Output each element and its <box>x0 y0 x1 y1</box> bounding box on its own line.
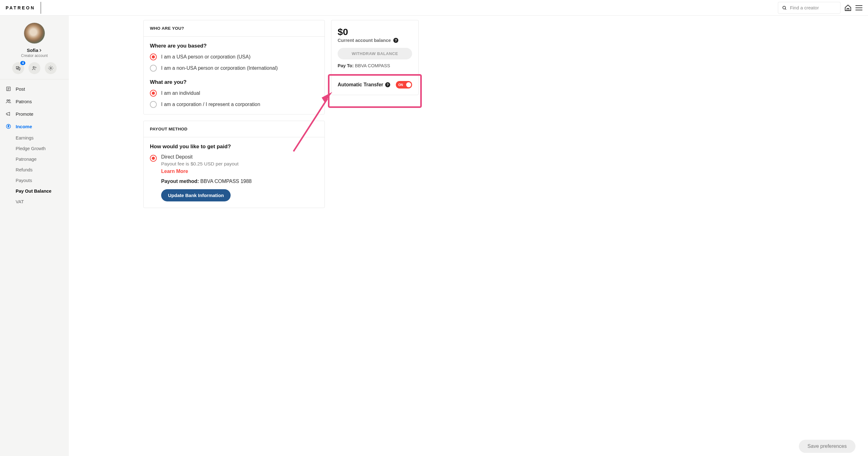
nav-income-label: Income <box>16 124 32 129</box>
subnav-pledge-growth[interactable]: Pledge Growth <box>16 143 69 154</box>
payout-method-label: Payout method: <box>161 178 199 184</box>
svg-point-8 <box>7 100 8 101</box>
patrons-icon <box>6 99 11 104</box>
balance-card: $0 Current account balance ? WITHDRAW BA… <box>331 20 418 95</box>
logo-divider <box>41 2 41 14</box>
svg-point-9 <box>9 100 10 101</box>
payout-heading: PAYOUT METHOD <box>144 121 324 137</box>
radio-international-input[interactable] <box>150 65 157 72</box>
profile-name[interactable]: Sofia <box>27 47 42 53</box>
subnav-earnings[interactable]: Earnings <box>16 133 69 143</box>
radio-direct-deposit-input[interactable] <box>150 155 157 162</box>
radio-international[interactable]: I am a non-USA person or corporation (In… <box>150 65 318 72</box>
gear-icon <box>48 65 54 71</box>
subnav-vat[interactable]: VAT <box>16 196 69 207</box>
nav-post-label: Post <box>16 86 25 92</box>
patron-icon <box>32 65 37 71</box>
payout-method-card: PAYOUT METHOD How would you like to get … <box>143 121 325 208</box>
auto-transfer-label: Automatic Transfer <box>338 82 383 88</box>
chevron-right-icon <box>39 49 42 52</box>
nav-patrons-label: Patrons <box>16 99 32 104</box>
radio-individual-label: I am an individual <box>161 90 200 96</box>
radio-direct-deposit-label: Direct Deposit <box>161 154 239 160</box>
radio-corporation-input[interactable] <box>150 101 157 108</box>
who-heading: WHO ARE YOU? <box>144 20 324 37</box>
messages-badge: 4 <box>20 61 25 65</box>
payout-method-line: Payout method: BBVA COMPASS 1988 <box>161 178 318 184</box>
profile-subtitle: Creator account <box>21 54 48 58</box>
subnav-refunds[interactable]: Refunds <box>16 164 69 175</box>
radio-corporation-label: I am a corporation / I represent a corpo… <box>161 102 260 107</box>
auto-transfer-row: Automatic Transfer ? ON <box>338 75 412 89</box>
search-icon <box>782 5 787 11</box>
svg-point-2 <box>33 67 35 68</box>
subnav-payouts[interactable]: Payouts <box>16 175 69 186</box>
svg-line-1 <box>785 8 786 9</box>
help-icon[interactable]: ? <box>393 38 398 43</box>
withdraw-button[interactable]: WITHDRAW BALANCE <box>338 48 412 59</box>
patrons-button[interactable] <box>29 62 40 74</box>
settings-button[interactable] <box>45 62 57 74</box>
auto-transfer-toggle[interactable]: ON <box>396 81 412 89</box>
logo-text: PATREON <box>6 5 35 10</box>
subnav-patronage[interactable]: Patronage <box>16 154 69 164</box>
nav-patrons[interactable]: Patrons <box>0 95 69 107</box>
home-icon[interactable] <box>844 4 852 11</box>
radio-international-label: I am a non-USA person or corporation (In… <box>161 65 278 71</box>
balance-label-text: Current account balance <box>338 38 391 43</box>
toggle-on-text: ON <box>398 83 403 87</box>
payto-value: BBVA COMPASS <box>353 63 390 68</box>
search-box[interactable] <box>778 2 840 14</box>
how-paid-question: How would you like to get paid? <box>150 143 318 150</box>
payout-fee-text: Payout fee is $0.25 USD per payout <box>161 161 239 167</box>
help-icon[interactable]: ? <box>385 82 390 87</box>
subnav-payout-balance[interactable]: Pay Out Balance <box>16 186 69 196</box>
what-are-you-question: What are you? <box>150 79 318 86</box>
save-preferences-button[interactable]: Save preferences <box>799 440 856 453</box>
radio-usa[interactable]: I am a USA person or corporation (USA) <box>150 54 318 60</box>
balance-label: Current account balance ? <box>338 38 412 43</box>
menu-icon[interactable] <box>856 5 862 10</box>
logo[interactable]: PATREON <box>6 2 41 14</box>
nav-promote[interactable]: Promote <box>0 107 69 120</box>
who-are-you-card: WHO ARE YOU? Where are you based? I am a… <box>143 20 325 115</box>
nav-post[interactable]: Post <box>0 83 69 95</box>
payto-line: Pay To: BBVA COMPASS <box>338 63 412 68</box>
radio-individual[interactable]: I am an individual <box>150 90 318 97</box>
nav-income[interactable]: Income <box>0 120 69 133</box>
megaphone-icon <box>6 111 11 117</box>
where-based-question: Where are you based? <box>150 43 318 49</box>
payto-label: Pay To: <box>338 63 353 68</box>
radio-usa-label: I am a USA person or corporation (USA) <box>161 54 250 60</box>
svg-point-0 <box>783 6 786 9</box>
dollar-icon <box>6 124 11 129</box>
chat-icon <box>16 65 21 71</box>
svg-point-3 <box>50 68 52 69</box>
toggle-knob <box>405 82 412 88</box>
avatar[interactable] <box>24 23 45 44</box>
search-input[interactable] <box>790 5 836 10</box>
profile-name-text: Sofia <box>27 47 38 53</box>
post-icon <box>6 86 11 92</box>
radio-direct-deposit[interactable]: Direct Deposit Payout fee is $0.25 USD p… <box>150 154 318 174</box>
learn-more-link[interactable]: Learn More <box>161 169 188 174</box>
update-bank-button[interactable]: Update Bank Information <box>161 189 230 201</box>
balance-amount: $0 <box>338 27 412 37</box>
payout-method-value: BBVA COMPASS 1988 <box>199 178 252 184</box>
radio-individual-input[interactable] <box>150 90 157 97</box>
nav-promote-label: Promote <box>16 111 33 117</box>
radio-corporation[interactable]: I am a corporation / I represent a corpo… <box>150 101 318 108</box>
messages-button[interactable]: 4 <box>12 62 24 74</box>
radio-usa-input[interactable] <box>150 54 157 60</box>
